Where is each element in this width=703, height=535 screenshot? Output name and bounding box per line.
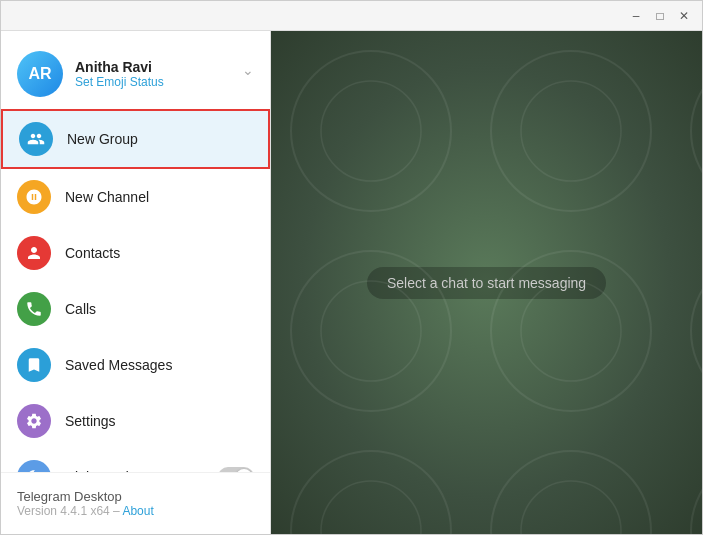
close-button[interactable]: ✕ (674, 6, 694, 26)
new-channel-label: New Channel (65, 189, 254, 205)
app-version: Version 4.4.1 x64 – About (17, 504, 254, 518)
profile-name: Anitha Ravi (75, 59, 254, 75)
night-mode-icon (17, 460, 51, 472)
sidebar-footer: Telegram Desktop Version 4.4.1 x64 – Abo… (1, 472, 270, 534)
avatar: AR (17, 51, 63, 97)
settings-icon (17, 404, 51, 438)
contacts-label: Contacts (65, 245, 254, 261)
minimize-button[interactable]: – (626, 6, 646, 26)
sidebar-item-saved-messages[interactable]: Saved Messages (1, 337, 270, 393)
maximize-button[interactable]: □ (650, 6, 670, 26)
sidebar-item-new-group[interactable]: New Group (1, 109, 270, 169)
toggle-knob (236, 469, 252, 472)
sidebar-item-calls[interactable]: Calls (1, 281, 270, 337)
channel-icon (17, 180, 51, 214)
app-window: – □ ✕ AR Anitha Ravi Set Emoji Status ⌄ (0, 0, 703, 535)
title-bar: – □ ✕ (1, 1, 702, 31)
settings-label: Settings (65, 413, 254, 429)
profile-chevron-button[interactable]: ⌄ (242, 62, 254, 78)
calls-icon (17, 292, 51, 326)
new-group-label: New Group (67, 131, 252, 147)
profile-section: AR Anitha Ravi Set Emoji Status ⌄ (1, 31, 270, 109)
set-emoji-status-link[interactable]: Set Emoji Status (75, 75, 254, 89)
calls-label: Calls (65, 301, 254, 317)
sidebar-item-new-channel[interactable]: New Channel (1, 169, 270, 225)
select-chat-placeholder: Select a chat to start messaging (367, 267, 606, 299)
sidebar-item-settings[interactable]: Settings (1, 393, 270, 449)
group-icon (19, 122, 53, 156)
about-link[interactable]: About (122, 504, 153, 518)
sidebar-item-contacts[interactable]: Contacts (1, 225, 270, 281)
main-content: Select a chat to start messaging (271, 31, 702, 534)
app-body: AR Anitha Ravi Set Emoji Status ⌄ New Gr… (1, 31, 702, 534)
profile-info: Anitha Ravi Set Emoji Status (75, 59, 254, 89)
night-mode-label: Night Mode (65, 469, 204, 472)
sidebar: AR Anitha Ravi Set Emoji Status ⌄ New Gr… (1, 31, 271, 534)
night-mode-toggle[interactable] (218, 467, 254, 472)
app-name: Telegram Desktop (17, 489, 254, 504)
saved-icon (17, 348, 51, 382)
saved-messages-label: Saved Messages (65, 357, 254, 373)
sidebar-item-night-mode[interactable]: Night Mode (1, 449, 270, 472)
contacts-icon (17, 236, 51, 270)
menu-list: New Group New Channel (1, 109, 270, 472)
